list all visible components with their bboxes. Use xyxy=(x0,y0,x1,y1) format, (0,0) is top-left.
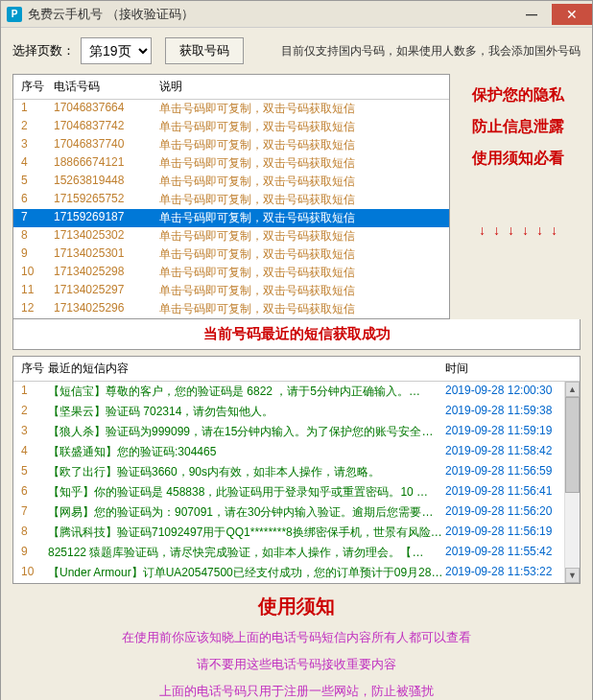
instruction-line: 请不要用这些电话号码接收重要内容 xyxy=(20,656,573,673)
instruction-line: 在使用前你应该知晓上面的电话号码短信内容所有人都可以查看 xyxy=(20,629,573,646)
arrow-down-icon: ↓ xyxy=(493,222,500,238)
sms-header-content[interactable]: 最近的短信内容 xyxy=(48,361,445,377)
arrow-down-icon: ↓ xyxy=(508,222,514,238)
phone-row[interactable]: 515263819448单击号码即可复制，双击号码获取短信 xyxy=(13,173,449,191)
side-line-2: 防止信息泄露 xyxy=(472,117,564,137)
sms-row[interactable]: 9825122 猿题库验证码，请尽快完成验证，如非本人操作，请勿理会。【…201… xyxy=(13,543,580,563)
sms-table: 序号 最近的短信内容 时间 1【短信宝】尊敬的客户，您的验证码是 6822 ，请… xyxy=(12,356,581,584)
sms-row[interactable]: 2【坚果云】验证码 702314，请勿告知他人。2019-09-28 11:59… xyxy=(13,402,580,422)
phone-row[interactable]: 917134025301单击号码即可复制，双击号码获取短信 xyxy=(13,245,449,264)
side-panel: 保护您的隐私 防止信息泄露 使用须知必看 ↓ ↓ ↓ ↓ ↓ ↓ xyxy=(456,74,581,319)
phone-row[interactable]: 217046837742单击号码即可复制，双击号码获取短信 xyxy=(13,118,449,136)
phone-row[interactable]: 817134025302单击号码即可复制，双击号码获取短信 xyxy=(13,227,449,245)
col-header-desc[interactable]: 说明 xyxy=(159,79,449,95)
titlebar: P 免费云手机号 （接收验证码） — ✕ xyxy=(1,1,592,28)
scrollbar[interactable]: ▲ ▼ xyxy=(564,382,580,583)
scroll-down-button[interactable]: ▼ xyxy=(565,568,580,583)
sms-row[interactable]: 1【短信宝】尊敬的客户，您的验证码是 6822 ，请于5分钟内正确输入。…201… xyxy=(13,382,580,402)
phone-row[interactable]: 1017134025298单击号码即可复制，双击号码获取短信 xyxy=(13,264,449,282)
phone-row[interactable]: 1217134025296单击号码即可复制，双击号码获取短信 xyxy=(13,300,449,318)
phone-row[interactable]: 117046837664单击号码即可复制，双击号码获取短信 xyxy=(13,100,449,118)
phone-table: 序号 电话号码 说明 117046837664单击号码即可复制，双击号码获取短信… xyxy=(12,74,450,319)
sms-row[interactable]: 5【欧了出行】验证码3660，90s内有效，如非本人操作，请忽略。2019-09… xyxy=(13,462,580,482)
phone-row[interactable]: 617159265752单击号码即可复制，双击号码获取短信 xyxy=(13,191,449,209)
page-label: 选择页数： xyxy=(12,42,75,59)
close-button[interactable]: ✕ xyxy=(552,4,592,25)
arrow-down-icon: ↓ xyxy=(536,222,543,238)
phone-row[interactable]: 418866674121单击号码即可复制，双击号码获取短信 xyxy=(13,154,449,173)
window-title: 免费云手机号 （接收验证码） xyxy=(28,6,194,23)
sms-row[interactable]: 6【知乎】你的验证码是 458838，此验证码用于登录知乎或重置密码。10 …2… xyxy=(13,482,580,502)
scroll-thumb[interactable] xyxy=(565,397,580,493)
sms-row[interactable]: 4【联盛通知】您的验证码:3044652019-09-28 11:58:42 xyxy=(13,442,580,462)
phone-row[interactable]: 717159269187单击号码即可复制，双击号码获取短信 xyxy=(13,209,449,227)
instructions: 使用须知 在使用前你应该知晓上面的电话号码短信内容所有人都可以查看请不要用这些电… xyxy=(1,584,592,700)
sms-row[interactable]: 3【狼人杀】验证码为999099，请在15分钟内输入。为了保护您的账号安全…20… xyxy=(13,422,580,442)
arrow-down-icon: ↓ xyxy=(551,222,557,238)
side-line-1: 保护您的隐私 xyxy=(472,85,564,105)
minimize-button[interactable]: — xyxy=(511,4,552,25)
sms-row[interactable]: 7【网易】您的验证码为：907091，请在30分钟内输入验证。逾期后您需要…20… xyxy=(13,502,580,523)
sms-row[interactable]: 10【Under Armour】订单UA20547500已经支付成功，您的订单预… xyxy=(13,563,580,583)
instructions-title: 使用须知 xyxy=(20,594,573,619)
side-line-3: 使用须知必看 xyxy=(472,149,564,169)
phone-row[interactable]: 1117134025297单击号码即可复制，双击号码获取短信 xyxy=(13,282,449,300)
arrow-down-icon: ↓ xyxy=(522,222,529,238)
col-header-phone[interactable]: 电话号码 xyxy=(54,79,159,95)
arrow-down-icon: ↓ xyxy=(479,222,486,238)
col-header-seq[interactable]: 序号 xyxy=(13,79,54,95)
sms-header-time[interactable]: 时间 xyxy=(445,361,580,377)
fetch-number-button[interactable]: 获取号码 xyxy=(165,37,244,64)
instruction-line: 上面的电话号码只用于注册一些网站，防止被骚扰 xyxy=(20,683,573,700)
toolbar-notice: 目前仅支持国内号码，如果使用人数多，我会添加国外号码 xyxy=(281,43,581,59)
scroll-up-button[interactable]: ▲ xyxy=(565,382,580,397)
toolbar: 选择页数： 第19页 获取号码 目前仅支持国内号码，如果使用人数多，我会添加国外… xyxy=(1,28,592,74)
sms-header-seq[interactable]: 序号 xyxy=(13,361,48,377)
arrows: ↓ ↓ ↓ ↓ ↓ ↓ xyxy=(479,222,557,238)
phone-row[interactable]: 317046837740单击号码即可复制，双击号码获取短信 xyxy=(13,136,449,154)
app-icon: P xyxy=(7,7,22,22)
sms-row[interactable]: 8【腾讯科技】验证码71092497用于QQ1********8换绑密保手机，世… xyxy=(13,523,580,543)
status-bar: 当前号码最近的短信获取成功 xyxy=(12,319,581,350)
page-select[interactable]: 第19页 xyxy=(81,37,152,64)
